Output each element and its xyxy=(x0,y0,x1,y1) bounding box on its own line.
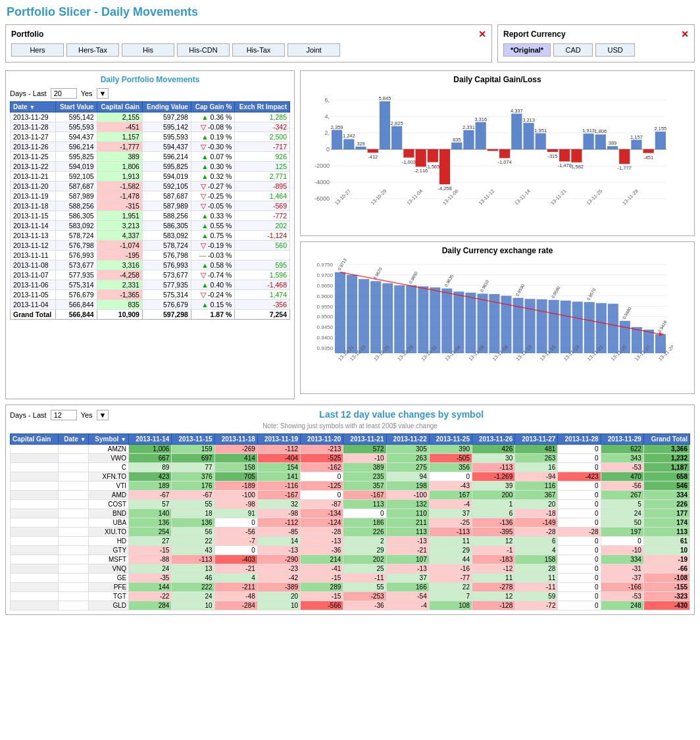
cell-exch: 1,464 xyxy=(235,191,290,201)
cell-symbol: C xyxy=(88,463,129,472)
cell-value: -43 xyxy=(429,481,472,491)
cell-ending: 576,798 xyxy=(142,251,191,260)
table-row: 2013-11-06 575,314 2,331 577,935 ▲ 0.40 … xyxy=(11,280,290,290)
cell-date: 2013-11-14 xyxy=(11,221,56,231)
cell-value: 18 xyxy=(172,509,214,518)
cell-symbol: GLD xyxy=(88,601,129,610)
cell-value: 426 xyxy=(472,445,514,454)
bottom-filter-label: Days - Last xyxy=(10,411,47,419)
cell-exch: -1,468 xyxy=(235,280,290,290)
cell-gain: -4,258 xyxy=(97,270,142,280)
cell-ending: 595,593 xyxy=(142,132,191,142)
portfolio-close-icon[interactable]: ✕ xyxy=(478,29,486,39)
svg-text:13-11-21: 13-11-21 xyxy=(549,188,568,207)
svg-text:2,359: 2,359 xyxy=(331,124,343,130)
symbol-row: BND1401891-98-1340110376-18024177 xyxy=(11,509,690,518)
portfolio-btn-joint[interactable]: Joint xyxy=(288,43,340,57)
table-row: 2013-11-19 587,989 -1,478 587,687 ▽ -0.2… xyxy=(11,191,290,201)
cell-value: -284 xyxy=(214,601,257,610)
cell-value: 334 xyxy=(643,491,689,500)
col-2013-11-20: 2013-11-20 xyxy=(301,434,343,445)
cell-value: 29 xyxy=(343,546,386,555)
currency-btn-cad[interactable]: CAD xyxy=(553,43,593,57)
col-date: Date ▼ xyxy=(59,434,88,445)
cell-value: -35 xyxy=(129,574,172,583)
cell-value: -36 xyxy=(301,546,343,555)
cell-gain: -195 xyxy=(97,251,142,260)
symbol-row: AMD-67-67-100-1670-167-10016720036702673… xyxy=(11,491,690,500)
filter-days-label: Days - Last xyxy=(10,89,47,97)
cell-value: 30 xyxy=(472,454,514,463)
cell-value: 32 xyxy=(257,500,300,509)
currency-close-icon[interactable]: ✕ xyxy=(681,29,689,39)
currency-btn-original*[interactable]: *Original* xyxy=(503,43,551,57)
cell-exch xyxy=(235,251,290,260)
cell-value: -85 xyxy=(257,528,300,537)
cell-value: -112 xyxy=(257,518,300,528)
filter-days-input[interactable] xyxy=(51,88,77,99)
col-2013-11-27: 2013-11-27 xyxy=(515,434,558,445)
portfolio-btn-hers[interactable]: Hers xyxy=(11,43,64,57)
svg-text:6,: 6, xyxy=(324,97,330,103)
svg-rect-70 xyxy=(619,149,630,164)
cell-symbol: BND xyxy=(88,509,129,518)
currency-chart-box: Daily Currency exchange rate 0.97500.970… xyxy=(300,241,695,394)
portfolio-btn-his-tax[interactable]: His-Tax xyxy=(232,43,285,57)
portfolio-btn-his-cdn[interactable]: His-CDN xyxy=(177,43,230,57)
cell-cg xyxy=(11,537,59,546)
portfolio-btn-hers-tax[interactable]: Hers-Tax xyxy=(66,43,119,57)
cell-pct: ▽ -0.25 % xyxy=(191,191,234,201)
cell-value: 166 xyxy=(386,583,429,592)
cell-pct: ▲ 0.58 % xyxy=(191,260,234,270)
bottom-filter-arrow[interactable]: ▼ xyxy=(97,410,109,420)
col-2013-11-18: 2013-11-18 xyxy=(214,434,257,445)
cell-value: -100 xyxy=(386,491,429,500)
cell-cg xyxy=(11,528,59,537)
svg-text:4,337: 4,337 xyxy=(511,108,523,114)
cell-value: 132 xyxy=(386,500,429,509)
cell-value: 27 xyxy=(129,537,172,546)
cell-value: -4 xyxy=(429,500,472,509)
cell-symbol: PFE xyxy=(88,583,129,592)
cell-value: -211 xyxy=(214,583,257,592)
cell-date-row xyxy=(59,574,88,583)
svg-rect-29 xyxy=(403,149,414,158)
cell-value: -10 xyxy=(601,546,643,555)
cell-start: 592,105 xyxy=(56,172,97,182)
svg-text:2,825: 2,825 xyxy=(391,120,403,126)
cell-value: 59 xyxy=(515,592,558,601)
currency-btn-usd[interactable]: USD xyxy=(595,43,635,57)
cell-start: 596,214 xyxy=(56,142,97,152)
svg-rect-100 xyxy=(359,279,369,353)
svg-rect-112 xyxy=(465,293,476,353)
cell-value: -98 xyxy=(257,509,300,518)
cell-value: 0 xyxy=(558,445,601,454)
portfolio-panel: Portfolio ✕ HersHers-TaxHisHis-CDNHis-Ta… xyxy=(5,24,492,62)
cell-value: -11 xyxy=(343,574,386,583)
bottom-filter-input[interactable] xyxy=(51,410,77,420)
cell-value: 158 xyxy=(515,555,558,564)
svg-rect-73 xyxy=(631,140,641,149)
table-row: 2013-11-21 592,105 1,913 594,019 ▲ 0.32 … xyxy=(11,172,290,182)
svg-text:-4,258: -4,258 xyxy=(438,185,451,191)
cell-value: -15 xyxy=(301,592,343,601)
portfolio-label: Portfolio xyxy=(11,30,43,39)
table-row: 2013-11-26 596,214 -1,777 594,437 ▽ -0.3… xyxy=(11,142,290,152)
filter-arrow-btn[interactable]: ▼ xyxy=(97,88,109,99)
table-row: 2013-11-07 577,935 -4,258 573,677 ▽ -0.7… xyxy=(11,270,290,280)
cell-value: 177 xyxy=(643,509,689,518)
cell-ending: 577,935 xyxy=(142,280,191,290)
cell-exch: 1,285 xyxy=(235,112,290,122)
cell-gain: 1,913 xyxy=(97,172,142,182)
cell-start: 576,679 xyxy=(56,290,97,300)
total-start: 566,844 xyxy=(56,310,97,320)
portfolio-btn-his[interactable]: His xyxy=(122,43,174,57)
table-row: 2013-11-18 588,256 -315 587,989 ▽ -0.05 … xyxy=(11,201,290,211)
cell-value: 470 xyxy=(601,472,643,481)
cell-gain: 1,806 xyxy=(97,162,142,172)
cell-value: 622 xyxy=(601,445,643,454)
cell-value: 56 xyxy=(172,528,214,537)
svg-rect-61 xyxy=(571,149,582,162)
svg-text:-6000: -6000 xyxy=(314,195,330,202)
svg-rect-108 xyxy=(430,287,440,353)
